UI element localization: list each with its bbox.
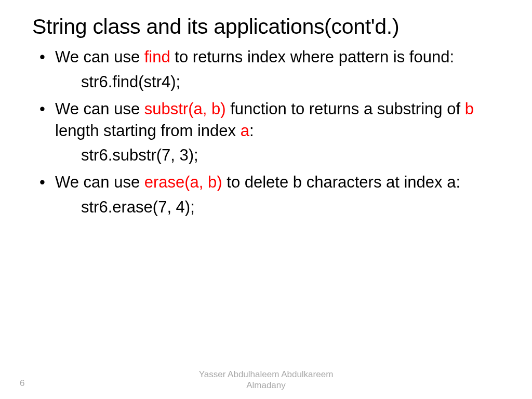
highlight-erase: erase(a, b) [144,173,222,191]
highlight-a: a [241,122,249,140]
text-fragment: function to returns a substring of [226,100,465,118]
code-substr: str6.substr(7, 3); [32,144,500,166]
slide-footer: Yasser Abdulhaleem Abdulkareem Almadany [0,369,532,391]
code-find: str6.find(str4); [32,71,500,93]
author-line-2: Almadany [199,380,334,391]
text-fragment: to returns index where pattern is found: [170,48,454,66]
highlight-find: find [144,48,170,66]
slide-content: String class and its applications(cont'd… [0,0,532,218]
text-fragment: length starting from index [55,122,241,140]
bullet-item-find: We can use find to returns index where p… [32,46,500,68]
slide-title: String class and its applications(cont'd… [32,15,500,39]
text-fragment: We can use [55,48,144,66]
bullet-item-substr: We can use substr(a, b) function to retu… [32,98,500,142]
code-erase: str6.erase(7, 4); [32,196,500,218]
highlight-b: b [465,100,474,118]
text-fragment: We can use [55,100,144,118]
text-fragment: : [249,122,254,140]
author-line-1: Yasser Abdulhaleem Abdulkareem [199,369,334,380]
author-name: Yasser Abdulhaleem Abdulkareem Almadany [199,369,334,391]
highlight-substr: substr(a, b) [144,100,226,118]
bullet-item-erase: We can use erase(a, b) to delete b chara… [32,171,500,193]
text-fragment: We can use [55,173,144,191]
text-fragment: to delete b characters at index a: [222,173,460,191]
bullet-list: We can use find to returns index where p… [32,46,500,218]
